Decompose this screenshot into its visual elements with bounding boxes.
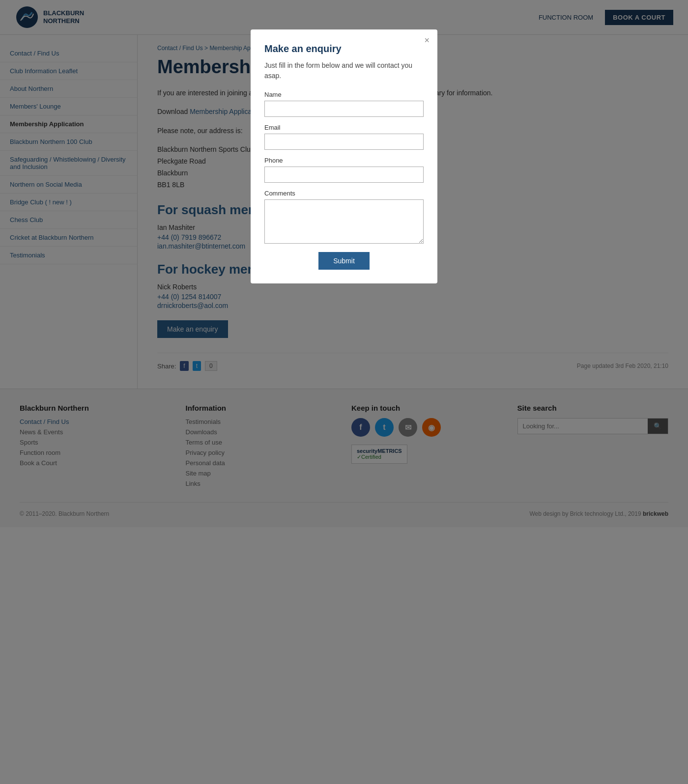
enquiry-modal: × Make an enquiry Just fill in the form … bbox=[251, 29, 437, 283]
comments-input[interactable] bbox=[264, 199, 424, 244]
phone-group: Phone bbox=[264, 157, 424, 183]
email-label: Email bbox=[264, 124, 424, 131]
name-input[interactable] bbox=[264, 101, 424, 117]
modal-title: Make an enquiry bbox=[264, 43, 424, 55]
name-label: Name bbox=[264, 91, 424, 98]
modal-subtitle: Just fill in the form below and we will … bbox=[264, 60, 424, 81]
phone-input[interactable] bbox=[264, 167, 424, 183]
submit-button[interactable]: Submit bbox=[318, 252, 370, 270]
name-group: Name bbox=[264, 91, 424, 117]
modal-overlay: × Make an enquiry Just fill in the form … bbox=[0, 0, 688, 527]
modal-close-button[interactable]: × bbox=[424, 35, 430, 46]
comments-label: Comments bbox=[264, 190, 424, 197]
comments-group: Comments bbox=[264, 190, 424, 245]
email-input[interactable] bbox=[264, 134, 424, 150]
email-group: Email bbox=[264, 124, 424, 150]
phone-label: Phone bbox=[264, 157, 424, 164]
